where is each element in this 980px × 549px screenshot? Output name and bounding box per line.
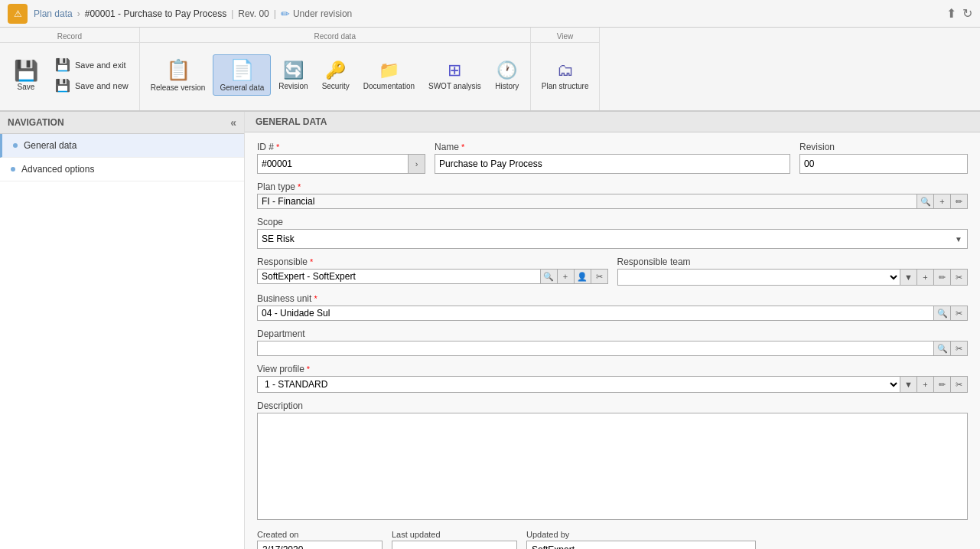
plan-type-row: Plan type * 🔍 + ✏ — [257, 181, 968, 209]
plan-type-search-btn[interactable]: 🔍 — [917, 194, 933, 208]
responsible-search-btn[interactable]: 🔍 — [540, 270, 557, 283]
release-icon: 📋 — [166, 58, 190, 82]
created-on-input[interactable] — [257, 541, 383, 549]
responsible-input[interactable] — [258, 270, 540, 283]
security-button[interactable]: 🔑 Security — [316, 57, 356, 93]
plan-structure-icon: 🗂 — [557, 60, 574, 80]
id-required: * — [276, 142, 279, 152]
responsible-team-select[interactable] — [618, 270, 900, 285]
last-updated-input[interactable] — [392, 541, 517, 549]
save-new-button[interactable]: 💾 Save and new — [49, 76, 135, 95]
responsible-team-label: Responsible team — [617, 257, 969, 267]
history-button[interactable]: 🕐 History — [489, 57, 526, 93]
revision-button[interactable]: 🔄 Revision — [272, 57, 314, 93]
breadcrumb-plan-data[interactable]: Plan data — [34, 8, 73, 19]
app-logo: ⚠ — [8, 4, 28, 24]
view-profile-select[interactable]: 1 - STANDARD — [258, 377, 900, 392]
responsible-label: Responsible * — [257, 257, 608, 267]
history-icon: 🕐 — [497, 60, 517, 80]
save-new-label: Save and new — [75, 81, 129, 90]
collapse-icon[interactable]: ⬆ — [946, 6, 956, 21]
id-arrow-btn[interactable]: › — [408, 155, 425, 173]
save-exit-button[interactable]: 💾 Save and exit — [49, 55, 135, 74]
view-profile-add-btn[interactable]: + — [917, 377, 933, 392]
save-sub-buttons: 💾 Save and exit 💾 Save and new — [49, 55, 135, 95]
responsible-row: Responsible * 🔍 + 👤 ✂ Responsible team — [257, 257, 968, 293]
department-search-btn[interactable]: 🔍 — [933, 341, 950, 355]
save-label: Save — [18, 83, 35, 91]
business-unit-input[interactable] — [258, 306, 933, 320]
responsible-add-btn[interactable]: + — [557, 270, 574, 283]
name-field-row: Name * — [435, 142, 790, 174]
documentation-label: Documentation — [363, 82, 415, 90]
business-unit-label: Business unit * — [257, 293, 968, 304]
top-bar-right: ⬆ ↻ — [946, 6, 972, 21]
toolbar-record-group: Record 💾 Save 💾 Save and exit 💾 Save and… — [0, 28, 140, 110]
swot-button[interactable]: ⊞ SWOT analysis — [422, 57, 487, 93]
updated-by-input[interactable] — [526, 541, 756, 549]
section-label: GENERAL DATA — [256, 116, 327, 127]
save-button[interactable]: 💾 Save — [5, 56, 47, 94]
sidebar-item-general-data[interactable]: General data — [0, 134, 244, 158]
updated-by-field: Updated by — [526, 530, 756, 549]
business-unit-clear-btn[interactable]: ✂ — [950, 306, 967, 320]
department-clear-btn[interactable]: ✂ — [950, 341, 967, 355]
save-exit-label: Save and exit — [75, 60, 126, 70]
revision-icon: 🔄 — [283, 60, 304, 80]
breadcrumb-status: ✏ Under revision — [281, 8, 352, 20]
revision-input[interactable] — [800, 157, 967, 171]
name-field-box — [435, 154, 790, 174]
view-profile-clear-btn[interactable]: ✂ — [950, 377, 967, 392]
business-unit-search-btn[interactable]: 🔍 — [933, 306, 950, 320]
responsible-user-btn[interactable]: 👤 — [574, 270, 591, 283]
plan-type-add-btn[interactable]: + — [933, 194, 950, 208]
security-label: Security — [322, 82, 350, 90]
view-profile-required: * — [307, 364, 310, 374]
breadcrumb-title: #00001 - Purchase to Pay Process — [85, 8, 226, 19]
plan-structure-label: Plan structure — [542, 82, 589, 90]
department-row: Department 🔍 ✂ — [257, 328, 968, 356]
view-profile-field: 1 - STANDARD ▼ + ✏ ✂ — [257, 376, 968, 393]
view-group-label: View — [531, 31, 600, 43]
refresh-icon[interactable]: ↻ — [962, 6, 972, 21]
responsible-team-arrow-btn[interactable]: ▼ — [900, 270, 917, 285]
responsible-clear-btn[interactable]: ✂ — [591, 270, 607, 283]
sidebar-collapse-button[interactable]: « — [230, 116, 236, 129]
description-textarea[interactable] — [257, 413, 968, 520]
view-profile-arrow-btn[interactable]: ▼ — [900, 377, 917, 392]
name-input[interactable] — [435, 157, 790, 171]
scope-row: Scope SE Risk ▼ — [257, 217, 968, 249]
breadcrumb-rev: Rev. 00 — [238, 8, 269, 19]
documentation-icon: 📁 — [379, 60, 399, 80]
id-name-rev-row: ID # * › Name * — [257, 142, 968, 181]
scope-select[interactable]: SE Risk — [258, 230, 950, 248]
business-unit-field: 🔍 ✂ — [257, 306, 968, 321]
department-input[interactable] — [258, 341, 933, 355]
general-data-button[interactable]: 📄 General data — [213, 54, 271, 96]
record-data-group-items: 📋 Release version 📄 General data 🔄 Revis… — [140, 43, 530, 107]
plan-type-input[interactable] — [258, 194, 917, 208]
responsible-team-clear-btn[interactable]: ✂ — [950, 270, 967, 285]
business-unit-required: * — [314, 294, 317, 303]
sidebar-item-advanced-dot — [11, 167, 15, 172]
general-data-icon: 📄 — [230, 58, 254, 82]
release-label: Release version — [151, 83, 206, 92]
id-input[interactable] — [258, 157, 408, 171]
release-version-button[interactable]: 📋 Release version — [145, 55, 212, 95]
responsible-required: * — [310, 257, 313, 266]
id-field-box: › — [257, 154, 425, 174]
swot-icon: ⊞ — [448, 60, 461, 80]
last-updated-label: Last updated — [392, 530, 517, 539]
breadcrumb: Plan data › #00001 - Purchase to Pay Pro… — [34, 8, 352, 20]
general-data-label: General data — [220, 83, 264, 92]
sidebar-header: NAVIGATION « — [0, 112, 244, 134]
revision-field-label: Revision — [799, 142, 968, 152]
view-profile-edit-btn[interactable]: ✏ — [933, 377, 950, 392]
documentation-button[interactable]: 📁 Documentation — [357, 57, 421, 93]
breadcrumb-sep2: | — [274, 8, 276, 19]
plan-type-edit-btn[interactable]: ✏ — [950, 194, 967, 208]
plan-structure-button[interactable]: 🗂 Plan structure — [536, 57, 595, 93]
responsible-team-add-btn[interactable]: + — [917, 270, 933, 285]
responsible-team-edit-btn[interactable]: ✏ — [933, 270, 950, 285]
sidebar-item-advanced-options[interactable]: Advanced options — [0, 158, 244, 181]
